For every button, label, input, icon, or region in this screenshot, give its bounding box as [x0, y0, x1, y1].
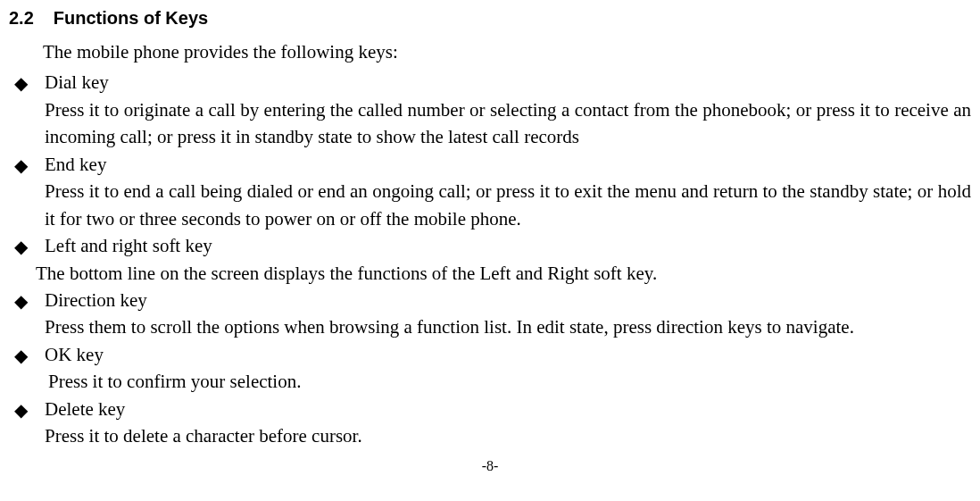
list-item: ◆OK keyPress it to confirm your selectio… — [9, 341, 971, 396]
item-description: Press them to scroll the options when br… — [9, 313, 971, 340]
item-title: End key — [45, 154, 106, 175]
section-heading: 2.2Functions of Keys — [9, 5, 971, 31]
diamond-bullet-icon: ◆ — [14, 288, 28, 314]
item-title-row: ◆OK key — [9, 341, 971, 368]
section-title: Functions of Keys — [54, 8, 208, 28]
item-description: The bottom line on the screen displays t… — [9, 260, 971, 287]
intro-text: The mobile phone provides the following … — [43, 38, 971, 65]
diamond-bullet-icon: ◆ — [14, 234, 28, 260]
item-title: OK key — [45, 344, 104, 365]
item-title-row: ◆Dial key — [9, 69, 971, 96]
list-item: ◆Dial keyPress it to originate a call by… — [9, 69, 971, 150]
list-item: ◆Left and right soft keyThe bottom line … — [9, 232, 971, 287]
item-description: Press it to end a call being dialed or e… — [9, 178, 971, 232]
page-number: -8- — [9, 455, 971, 476]
item-description: Press it to confirm your selection. — [9, 368, 971, 395]
item-title-row: ◆End key — [9, 151, 971, 178]
item-title: Delete key — [45, 398, 125, 420]
list-item: ◆End keyPress it to end a call being dia… — [9, 151, 971, 232]
item-description: Press it to delete a character before cu… — [9, 422, 971, 449]
item-title-row: ◆Left and right soft key — [9, 232, 971, 259]
diamond-bullet-icon: ◆ — [14, 71, 28, 96]
list-item: ◆Direction keyPress them to scroll the o… — [9, 287, 971, 341]
items-list: ◆Dial keyPress it to originate a call by… — [9, 69, 971, 449]
item-title: Dial key — [45, 71, 109, 93]
section-number: 2.2 — [9, 5, 34, 31]
item-title: Direction key — [45, 289, 147, 311]
diamond-bullet-icon: ◆ — [14, 397, 28, 423]
diamond-bullet-icon: ◆ — [14, 153, 28, 179]
list-item: ◆Delete keyPress it to delete a characte… — [9, 396, 971, 450]
diamond-bullet-icon: ◆ — [14, 343, 28, 369]
item-title: Left and right soft key — [45, 235, 212, 256]
item-title-row: ◆Delete key — [9, 396, 971, 422]
item-description: Press it to originate a call by entering… — [9, 96, 971, 151]
item-title-row: ◆Direction key — [9, 287, 971, 313]
